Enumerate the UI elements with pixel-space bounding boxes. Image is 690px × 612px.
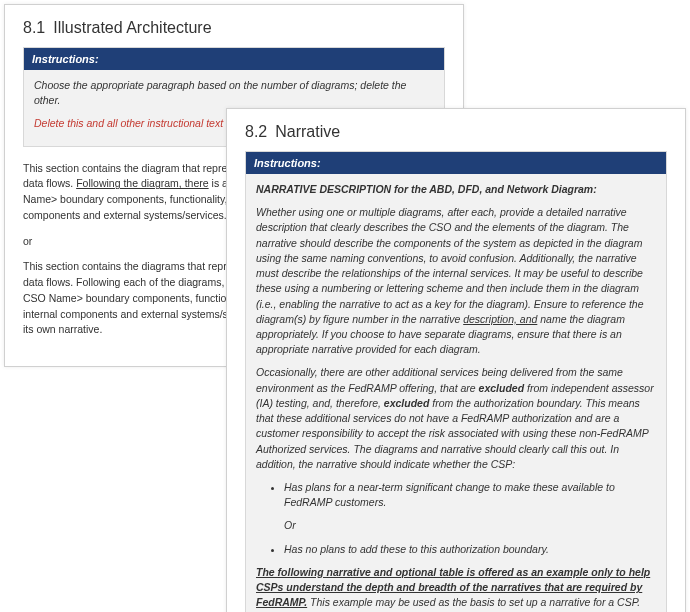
or-separator: Or bbox=[256, 518, 656, 533]
paragraph: The following narrative and optional tab… bbox=[256, 565, 656, 611]
paragraph: Whether using one or multiple diagrams, … bbox=[256, 205, 656, 357]
bullet-list: Has no plans to add these to this author… bbox=[256, 542, 656, 557]
text-run: This example may be used as the basis to… bbox=[307, 596, 640, 608]
instructions-header: Instructions: bbox=[24, 48, 444, 70]
bullet-list: Has plans for a near-term significant ch… bbox=[256, 480, 656, 510]
section-title: Narrative bbox=[275, 123, 340, 140]
section-number: 8.1 bbox=[23, 19, 45, 37]
section-title: Illustrated Architecture bbox=[53, 19, 211, 36]
instructions-header: Instructions: bbox=[246, 152, 666, 174]
instructions-line: Choose the appropriate paragraph based o… bbox=[34, 78, 434, 108]
underlined-text: Following the diagram, there bbox=[76, 177, 209, 189]
narrative-subtitle: NARRATIVE DESCRIPTION for the ABD, DFD, … bbox=[256, 182, 656, 197]
list-item: Has no plans to add these to this author… bbox=[284, 542, 656, 557]
text-run: Whether using one or multiple diagrams, … bbox=[256, 206, 644, 325]
bold-text: excluded bbox=[384, 397, 430, 409]
document-page-8-2: 8.2Narrative Instructions: NARRATIVE DES… bbox=[226, 108, 686, 612]
list-item: Has plans for a near-term significant ch… bbox=[284, 480, 656, 510]
section-number: 8.2 bbox=[245, 123, 267, 141]
section-heading-8-1: 8.1Illustrated Architecture bbox=[23, 19, 445, 37]
underlined-text: description, and bbox=[463, 313, 537, 325]
bold-text: excluded bbox=[479, 382, 525, 394]
section-heading-8-2: 8.2Narrative bbox=[245, 123, 667, 141]
instructions-body: NARRATIVE DESCRIPTION for the ABD, DFD, … bbox=[246, 174, 666, 612]
paragraph: Occasionally, there are other additional… bbox=[256, 365, 656, 472]
instructions-box: Instructions: NARRATIVE DESCRIPTION for … bbox=[245, 151, 667, 612]
